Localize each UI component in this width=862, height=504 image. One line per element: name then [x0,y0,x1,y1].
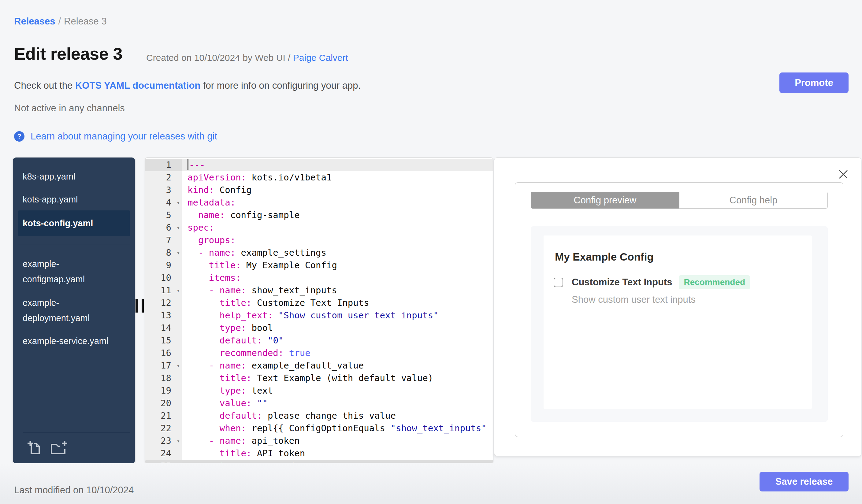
editor-line-23[interactable]: 23▾ - name: api_token [145,435,493,447]
sidebar-file-k8s-app.yaml[interactable]: k8s-app.yaml [23,169,75,184]
close-icon[interactable] [838,169,849,180]
editor-line-9[interactable]: 9 title: My Example Config [145,259,493,271]
editor-line-20[interactable]: 20 value: "" [145,397,493,410]
file-name-label: kots-config.yaml [23,216,93,231]
docs-hint: Check out the KOTS YAML documentation fo… [14,80,361,91]
add-folder-icon[interactable] [50,439,68,455]
code-text[interactable]: when: repl{{ ConfigOptionEquals "show_te… [182,422,493,435]
code-text[interactable]: kind: Config [182,184,493,196]
code-text[interactable]: type: bool [182,322,493,334]
file-sidebar: k8s-app.yamlkots-app.yamlkots-config.yam… [13,158,135,463]
config-tabs: Config preview Config help [531,192,828,209]
sidebar-resize-handle[interactable] [135,299,145,313]
config-group-card: My Example Config Customize Text Inputs … [544,236,812,409]
code-text[interactable]: help_text: "Show custom user text inputs… [182,309,493,322]
gutter-line-number: 11▾ [145,284,182,297]
code-text[interactable]: - name: show_text_inputs [182,284,493,297]
gutter-line-number: 9 [145,259,182,271]
fold-arrow-icon[interactable]: ▾ [177,284,180,297]
sidebar-file-kots-app.yaml[interactable]: kots-app.yaml [23,192,78,207]
yaml-editor[interactable]: 1---2apiVersion: kots.io/v1beta13kind: C… [145,158,493,463]
editor-line-12[interactable]: 12 title: Customize Text Inputs [145,297,493,309]
add-file-icon[interactable] [27,439,43,455]
editor-line-15[interactable]: 15 default: "0" [145,334,493,347]
editor-line-5[interactable]: 5 name: config-sample [145,209,493,222]
editor-line-16[interactable]: 16 recommended: true [145,347,493,359]
git-releases-link[interactable]: Learn about managing your releases with … [30,131,217,142]
gutter-line-number: 21 [145,410,182,422]
breadcrumb-releases-link[interactable]: Releases [14,16,55,27]
customize-text-inputs-checkbox[interactable] [554,278,563,287]
fold-arrow-icon[interactable]: ▾ [177,360,180,372]
gutter-line-number: 24 [145,447,182,460]
fold-arrow-icon[interactable]: ▾ [177,197,180,209]
code-text[interactable]: - name: example_settings [182,247,493,259]
tab-config-help[interactable]: Config help [679,192,828,209]
code-text[interactable]: recommended: true [182,347,493,359]
editor-line-2[interactable]: 2apiVersion: kots.io/v1beta1 [145,171,493,184]
fold-arrow-icon[interactable]: ▾ [177,435,180,448]
code-text[interactable]: title: Text Example (with default value) [182,372,493,384]
editor-line-4[interactable]: 4▾metadata: [145,196,493,209]
footer-background [0,463,862,504]
editor-line-10[interactable]: 10 items: [145,271,493,284]
code-text[interactable]: apiVersion: kots.io/v1beta1 [182,171,493,184]
resize-bar-icon [135,299,138,313]
code-text[interactable]: value: "" [182,397,493,410]
gutter-line-number: 18 [145,372,182,384]
gutter-line-number: 23▾ [145,435,182,447]
gutter-line-number: 19 [145,384,182,397]
code-text[interactable]: name: config-sample [182,209,493,222]
editor-line-8[interactable]: 8▾ - name: example_settings [145,247,493,259]
save-release-button[interactable]: Save release [759,472,849,491]
code-text[interactable]: title: API token [182,447,493,460]
gutter-line-number: 16 [145,347,182,359]
editor-line-3[interactable]: 3kind: Config [145,184,493,196]
sidebar-file-example-configmap.yaml[interactable]: example-configmap.yaml [23,256,85,287]
editor-line-18[interactable]: 18 title: Text Example (with default val… [145,372,493,384]
editor-line-6[interactable]: 6▾spec: [145,222,493,234]
code-text[interactable]: spec: [182,222,493,234]
code-text[interactable]: - name: api_token [182,435,493,447]
code-text[interactable]: --- [182,159,493,171]
sidebar-file-kots-config.yaml[interactable]: kots-config.yaml [18,210,130,236]
gutter-line-number: 13 [145,309,182,322]
code-text[interactable]: default: "0" [182,334,493,347]
editor-line-7[interactable]: 7 groups: [145,234,493,247]
tab-config-preview[interactable]: Config preview [531,192,679,209]
breadcrumb-current: Release 3 [64,16,107,27]
channel-status: Not active in any channels [14,103,125,114]
gutter-line-number: 8▾ [145,247,182,259]
author-link[interactable]: Paige Calvert [293,53,348,63]
editor-line-14[interactable]: 14 type: bool [145,322,493,334]
editor-line-1[interactable]: 1--- [145,159,493,171]
code-text[interactable]: title: Customize Text Inputs [182,297,493,309]
docs-hint-suffix: for more info on configuring your app. [203,80,361,91]
promote-button[interactable]: Promote [780,72,849,93]
editor-line-24[interactable]: 24 title: API token [145,447,493,460]
editor-line-19[interactable]: 19 type: text [145,384,493,397]
code-text[interactable]: type: text [182,384,493,397]
sidebar-file-example-deployment.yaml[interactable]: example-deployment.yaml [23,295,90,326]
gutter-line-number: 1 [145,159,182,171]
file-name-label: example- [23,256,85,271]
code-text[interactable]: items: [182,271,493,284]
sidebar-file-example-service.yaml[interactable]: example-service.yaml [23,333,108,349]
gutter-line-number: 22 [145,422,182,435]
kots-yaml-docs-link[interactable]: KOTS YAML documentation [75,80,200,91]
fold-arrow-icon[interactable]: ▾ [177,247,180,259]
editor-line-17[interactable]: 17▾ - name: example_default_value [145,359,493,372]
gutter-line-number: 15 [145,334,182,347]
code-text[interactable]: default: please change this value [182,410,493,422]
code-text[interactable]: - name: example_default_value [182,359,493,372]
code-text[interactable]: metadata: [182,196,493,209]
editor-line-11[interactable]: 11▾ - name: show_text_inputs [145,284,493,297]
code-text[interactable]: title: My Example Config [182,259,493,271]
editor-line-13[interactable]: 13 help_text: "Show custom user text inp… [145,309,493,322]
editor-line-22[interactable]: 22 when: repl{{ ConfigOptionEquals "show… [145,422,493,435]
file-name-label: deployment.yaml [23,310,90,326]
code-text[interactable]: groups: [182,234,493,247]
editor-horizontal-scrollbar[interactable] [145,460,493,463]
fold-arrow-icon[interactable]: ▾ [177,222,180,234]
editor-line-21[interactable]: 21 default: please change this value [145,410,493,422]
